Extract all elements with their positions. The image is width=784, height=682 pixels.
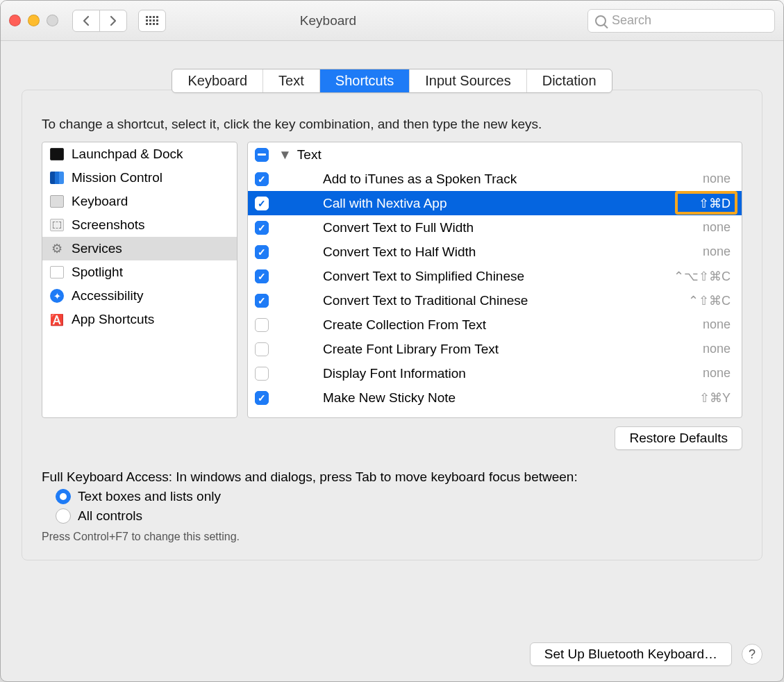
- radio-icon[interactable]: [56, 508, 71, 524]
- group-checkbox[interactable]: [255, 148, 269, 162]
- shortcut-row[interactable]: Create Collection From Textnone: [248, 313, 742, 337]
- fka-option[interactable]: All controls: [56, 508, 742, 524]
- titlebar: Keyboard Search: [1, 1, 783, 41]
- sidebar-item-label: Mission Control: [72, 170, 162, 185]
- tab-shortcuts[interactable]: Shortcuts: [320, 69, 410, 92]
- help-icon: ?: [749, 647, 756, 662]
- category-sidebar[interactable]: Launchpad & DockMission ControlKeyboardS…: [42, 142, 237, 418]
- shortcut-key[interactable]: none: [703, 220, 735, 235]
- shortcut-list[interactable]: ▼TextAdd to iTunes as a Spoken Tracknone…: [247, 142, 742, 418]
- keyboard-icon: [49, 194, 65, 208]
- shortcut-key[interactable]: none: [703, 317, 735, 332]
- sidebar-item-keyboard[interactable]: Keyboard: [42, 190, 237, 213]
- split-view: Launchpad & DockMission ControlKeyboardS…: [42, 142, 742, 418]
- sidebar-item-label: Screenshots: [72, 217, 145, 233]
- appshortcuts-icon: 🅰️: [49, 313, 65, 326]
- accessibility-icon: ✦: [49, 289, 65, 303]
- disclosure-triangle-icon[interactable]: ▼: [278, 147, 292, 163]
- shortcut-key[interactable]: ⇧⌘D: [699, 196, 735, 211]
- window-controls: [9, 15, 58, 26]
- shortcut-row[interactable]: Call with Nextiva App⇧⌘D: [248, 191, 742, 215]
- shortcut-checkbox[interactable]: [255, 391, 269, 405]
- shortcut-label: Convert Text to Full Width: [269, 220, 703, 235]
- sidebar-item-accessibility[interactable]: ✦Accessibility: [42, 284, 237, 308]
- shortcut-key[interactable]: none: [703, 366, 735, 381]
- sidebar-item-spotlight[interactable]: Spotlight: [42, 260, 237, 284]
- shortcut-key[interactable]: ⌃⌥⇧⌘C: [674, 269, 735, 284]
- shortcut-checkbox[interactable]: [255, 172, 269, 186]
- sidebar-item-services[interactable]: ⚙Services: [42, 237, 237, 260]
- shortcuts-panel: To change a shortcut, select it, click t…: [22, 90, 762, 560]
- shortcut-row[interactable]: Make New Sticky Note⇧⌘Y: [248, 385, 742, 410]
- shortcut-key[interactable]: none: [703, 342, 735, 356]
- shortcut-checkbox[interactable]: [255, 367, 269, 381]
- preferences-window: Keyboard Search KeyboardTextShortcutsInp…: [0, 0, 784, 682]
- shortcut-label: Call with Nextiva App: [269, 196, 699, 211]
- fka-option-label: All controls: [78, 508, 142, 524]
- tab-dictation[interactable]: Dictation: [527, 69, 612, 92]
- shortcut-label: Convert Text to Traditional Chinese: [269, 293, 688, 308]
- shortcut-row[interactable]: Convert Text to Full Widthnone: [248, 215, 742, 240]
- full-keyboard-access-heading: Full Keyboard Access: In windows and dia…: [42, 469, 742, 485]
- shortcut-checkbox[interactable]: [255, 197, 269, 210]
- tab-keyboard[interactable]: Keyboard: [172, 69, 263, 92]
- sidebar-item-label: Launchpad & Dock: [72, 147, 183, 162]
- shortcut-label: Create Font Library From Text: [269, 342, 703, 357]
- shortcut-label: Make New Sticky Note: [269, 390, 699, 406]
- sidebar-item-mission-control[interactable]: Mission Control: [42, 166, 237, 190]
- radio-icon[interactable]: [56, 489, 71, 504]
- tab-text[interactable]: Text: [263, 69, 320, 92]
- shortcut-key[interactable]: none: [703, 244, 735, 259]
- help-button[interactable]: ?: [742, 644, 762, 665]
- sidebar-item-label: App Shortcuts: [72, 312, 154, 327]
- shortcut-checkbox[interactable]: [255, 318, 269, 332]
- shortcut-checkbox[interactable]: [255, 342, 269, 356]
- sidebar-item-label: Accessibility: [72, 288, 143, 303]
- shortcut-row[interactable]: Convert Text to Half Widthnone: [248, 240, 742, 264]
- spotlight-icon: [49, 265, 65, 279]
- minimize-icon[interactable]: [28, 15, 40, 26]
- sidebar-item-screenshots[interactable]: Screenshots: [42, 213, 237, 237]
- shortcut-label: Convert Text to Half Width: [269, 244, 703, 260]
- services-icon: ⚙: [49, 242, 65, 256]
- search-placeholder: Search: [612, 13, 651, 28]
- shortcut-label: Create Collection From Text: [269, 317, 703, 333]
- shortcut-group-row[interactable]: ▼Text: [248, 142, 742, 167]
- group-label: Text: [297, 147, 735, 163]
- shortcut-label: Add to iTunes as a Spoken Track: [269, 172, 703, 187]
- tabbar: KeyboardTextShortcutsInput SourcesDictat…: [22, 69, 762, 93]
- sidebar-item-app-shortcuts[interactable]: 🅰️App Shortcuts: [42, 308, 237, 331]
- shortcut-key[interactable]: ⌃⇧⌘C: [688, 293, 735, 308]
- shortcut-row[interactable]: Convert Text to Simplified Chinese⌃⌥⇧⌘C: [248, 264, 742, 288]
- search-input[interactable]: Search: [587, 9, 775, 33]
- shortcut-checkbox[interactable]: [255, 245, 269, 259]
- shortcut-label: Convert Text to Simplified Chinese: [269, 269, 674, 284]
- fka-hint: Press Control+F7 to change this setting.: [42, 531, 742, 543]
- shortcut-label: Display Font Information: [269, 366, 703, 381]
- tab-input-sources[interactable]: Input Sources: [410, 69, 526, 92]
- shortcut-checkbox[interactable]: [255, 294, 269, 308]
- shortcut-checkbox[interactable]: [255, 269, 269, 283]
- shortcut-row[interactable]: Create Font Library From Textnone: [248, 337, 742, 361]
- footer: Set Up Bluetooth Keyboard… ?: [1, 630, 783, 681]
- restore-defaults-button[interactable]: Restore Defaults: [615, 426, 742, 450]
- instructions: To change a shortcut, select it, click t…: [42, 117, 742, 132]
- fka-option[interactable]: Text boxes and lists only: [56, 489, 742, 504]
- mission-icon: [49, 171, 65, 185]
- close-icon[interactable]: [9, 15, 21, 26]
- shortcut-row[interactable]: Add to iTunes as a Spoken Tracknone: [248, 167, 742, 191]
- sidebar-item-launchpad-dock[interactable]: Launchpad & Dock: [42, 142, 237, 166]
- sidebar-item-label: Spotlight: [72, 265, 123, 280]
- setup-bluetooth-button[interactable]: Set Up Bluetooth Keyboard…: [530, 642, 732, 666]
- zoom-icon: [47, 15, 58, 26]
- shortcut-row[interactable]: Convert Text to Traditional Chinese⌃⇧⌘C: [248, 288, 742, 313]
- content: KeyboardTextShortcutsInput SourcesDictat…: [1, 41, 783, 630]
- shortcut-checkbox[interactable]: [255, 221, 269, 235]
- window-title: Keyboard: [76, 13, 581, 28]
- shortcut-key[interactable]: ⇧⌘Y: [699, 390, 735, 406]
- shortcut-key[interactable]: none: [703, 172, 735, 186]
- shortcut-row[interactable]: Display Font Informationnone: [248, 361, 742, 385]
- sidebar-item-label: Services: [72, 241, 122, 256]
- sidebar-item-label: Keyboard: [72, 194, 128, 209]
- launchpad-icon: [49, 147, 65, 161]
